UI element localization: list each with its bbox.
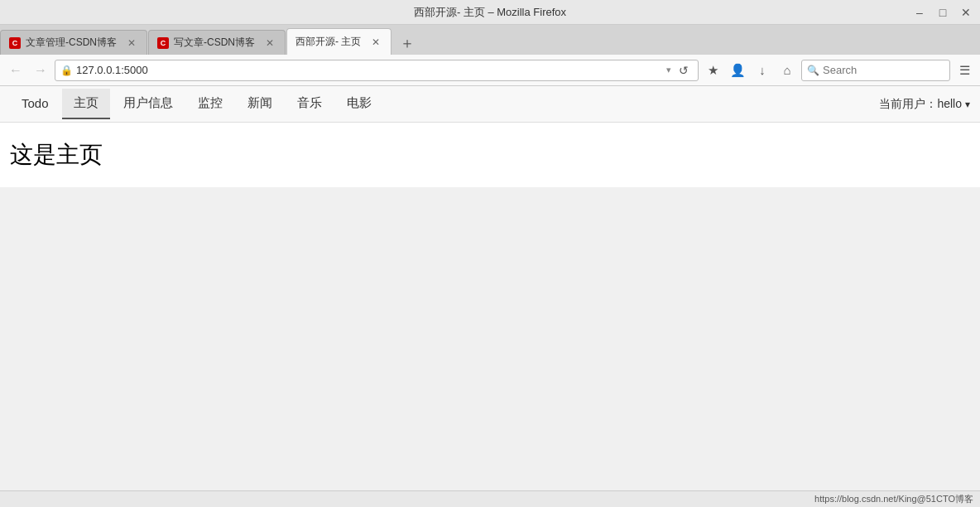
statusbar: https://blog.csdn.net/King@51CTO博客 <box>0 490 980 507</box>
tab-3[interactable]: 西部开源- 主页 ✕ <box>286 28 392 55</box>
bookmarks-star-button[interactable]: ★ <box>702 60 723 81</box>
tab-3-label: 西部开源- 主页 <box>295 35 361 49</box>
address-bar: ← → 🔒 ▾ ↺ ★ 👤 ↓ ⌂ 🔍 ☰ <box>0 55 980 86</box>
download-button[interactable]: ↓ <box>752 60 773 81</box>
close-button[interactable]: ✕ <box>958 5 973 20</box>
address-dropdown-icon[interactable]: ▾ <box>666 65 671 75</box>
user-dropdown-icon: ▾ <box>965 99 970 110</box>
window-title: 西部开源- 主页 – Mozilla Firefox <box>414 5 566 20</box>
nav-item-music[interactable]: 音乐 <box>286 89 334 119</box>
nav-item-movie[interactable]: 电影 <box>335 89 383 119</box>
tab-2-close[interactable]: ✕ <box>263 36 276 50</box>
search-box[interactable]: 🔍 <box>801 60 950 81</box>
search-input[interactable] <box>823 64 939 76</box>
minimize-button[interactable]: – <box>912 5 927 20</box>
tab-2-label: 写文章-CSDN博客 <box>174 36 255 50</box>
back-button[interactable]: ← <box>5 60 26 81</box>
address-input[interactable] <box>76 64 663 76</box>
nav-item-home[interactable]: 主页 <box>62 89 110 119</box>
nav-item-todo[interactable]: Todo <box>10 89 60 118</box>
nav-item-userinfo[interactable]: 用户信息 <box>112 89 185 119</box>
statusbar-url: https://blog.csdn.net/King@51CTO博客 <box>814 493 973 505</box>
tab-2[interactable]: C 写文章-CSDN博客 ✕ <box>148 30 286 55</box>
new-tab-button[interactable]: ＋ <box>396 31 419 55</box>
current-user-label: 当前用户：hello <box>879 97 962 112</box>
maximize-button[interactable]: □ <box>935 5 950 20</box>
forward-button[interactable]: → <box>30 60 51 81</box>
main-content: 这是主页 <box>0 123 980 187</box>
toolbar-right: ★ 👤 ↓ ⌂ 🔍 ☰ <box>702 60 975 81</box>
tab-1-label: 文章管理-CSDN博客 <box>26 36 117 50</box>
refresh-button[interactable]: ↺ <box>675 61 693 80</box>
home-button[interactable]: ⌂ <box>776 60 798 81</box>
tab-2-favicon: C <box>157 37 169 49</box>
tab-1[interactable]: C 文章管理-CSDN博客 ✕ <box>0 30 147 55</box>
nav-item-monitor[interactable]: 监控 <box>186 89 234 119</box>
tab-1-close[interactable]: ✕ <box>125 36 138 50</box>
main-heading: 这是主页 <box>10 139 970 171</box>
address-box[interactable]: 🔒 ▾ ↺ <box>55 60 699 81</box>
lock-icon: 🔒 <box>60 65 73 76</box>
menu-button[interactable]: ☰ <box>954 60 975 81</box>
app-nav: Todo 主页 用户信息 监控 新闻 音乐 电影 当前用户：hello ▾ <box>0 86 980 123</box>
current-user[interactable]: 当前用户：hello ▾ <box>879 97 970 112</box>
tabbar: C 文章管理-CSDN博客 ✕ C 写文章-CSDN博客 ✕ 西部开源- 主页 … <box>0 25 980 55</box>
titlebar: 西部开源- 主页 – Mozilla Firefox – □ ✕ <box>0 0 980 25</box>
tab-3-close[interactable]: ✕ <box>369 36 382 49</box>
nav-item-news[interactable]: 新闻 <box>236 89 284 119</box>
tab-1-favicon: C <box>9 37 21 49</box>
reader-view-button[interactable]: 👤 <box>727 60 748 81</box>
search-icon: 🔍 <box>807 65 819 76</box>
window-controls: – □ ✕ <box>912 5 973 20</box>
